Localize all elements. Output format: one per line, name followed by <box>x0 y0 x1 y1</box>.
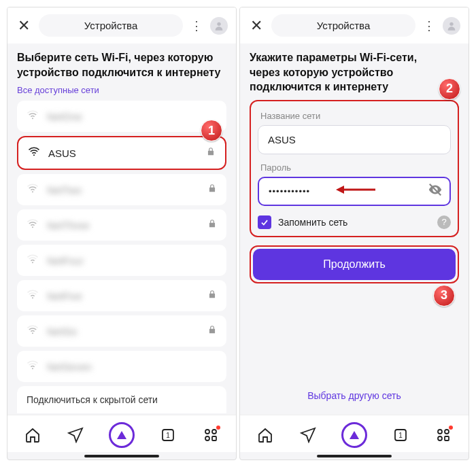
svg-rect-24 <box>445 436 449 440</box>
page-title: Устройства <box>39 14 183 37</box>
wifi-ssid: ASUS <box>48 148 198 159</box>
svg-point-4 <box>32 226 33 228</box>
svg-point-15 <box>449 22 453 25</box>
svg-point-23 <box>438 436 442 440</box>
all-networks-label: Все доступные сети <box>17 85 226 95</box>
wifi-ssid: NetSeven <box>47 361 217 373</box>
wifi-ssid: NetThree <box>47 220 199 231</box>
annotation-badge-2: 2 <box>439 78 460 100</box>
wifi-ssid: NetOne <box>47 111 217 122</box>
wifi-row[interactable]: NetSix <box>17 315 226 347</box>
wifi-ssid: NetSix <box>47 326 199 337</box>
wifi-icon <box>27 288 39 303</box>
wifi-icon <box>27 253 39 268</box>
home-icon[interactable] <box>23 426 42 445</box>
svg-point-2 <box>33 154 35 156</box>
eye-off-icon[interactable] <box>428 182 443 200</box>
heading: Выберите сеть Wi-Fi, через которую устро… <box>17 50 226 80</box>
tabs-icon[interactable]: 1 <box>391 426 410 445</box>
wifi-ssid: NetFive <box>47 290 199 302</box>
network-name-label: Название сети <box>260 111 451 121</box>
bottom-nav: 1 <box>240 415 469 452</box>
wifi-icon <box>27 109 39 124</box>
wifi-row[interactable]: NetTwo <box>17 174 226 205</box>
wifi-list: NetOne ASUS 1 NetTwo NetThree NetFour Ne… <box>17 101 226 382</box>
svg-point-7 <box>32 332 33 334</box>
wifi-row[interactable]: ASUS 1 <box>17 136 226 170</box>
alice-icon[interactable] <box>109 422 135 448</box>
continue-wrap: Продолжить 3 <box>250 245 459 283</box>
lock-icon <box>206 147 216 159</box>
lock-icon <box>207 290 217 302</box>
services-icon[interactable] <box>201 426 220 445</box>
svg-point-11 <box>205 430 209 434</box>
wifi-ssid: NetTwo <box>47 184 199 196</box>
heading: Укажите параметры Wi-Fi-сети, через кото… <box>250 50 459 94</box>
network-name-input[interactable] <box>258 125 451 154</box>
services-icon[interactable] <box>434 426 453 445</box>
svg-point-0 <box>217 22 220 25</box>
wifi-icon <box>28 145 40 160</box>
svg-marker-18 <box>336 186 344 194</box>
send-icon[interactable] <box>299 426 318 445</box>
remember-label: Запомнить сеть <box>278 217 430 228</box>
content: Укажите параметры Wi-Fi-сети, через кото… <box>240 44 469 415</box>
wifi-row[interactable]: NetOne <box>17 101 226 132</box>
svg-point-6 <box>32 297 33 298</box>
header: ✕ Устройства ⋮ <box>7 7 236 44</box>
svg-rect-14 <box>212 436 216 440</box>
bottom-nav: 1 <box>7 415 236 452</box>
svg-point-1 <box>32 118 33 119</box>
more-icon[interactable]: ⋮ <box>422 18 436 33</box>
avatar[interactable] <box>210 17 228 35</box>
continue-button[interactable]: Продолжить <box>253 249 456 280</box>
wifi-ssid: NetFour <box>47 255 217 266</box>
alice-icon[interactable] <box>341 422 367 448</box>
screen-wifi-select: ✕ Устройства ⋮ Выберите сеть Wi-Fi, чере… <box>7 7 237 460</box>
help-icon[interactable]: ? <box>437 215 451 229</box>
lock-icon <box>207 184 217 196</box>
svg-text:1: 1 <box>398 432 403 439</box>
close-icon[interactable]: ✕ <box>248 17 265 35</box>
remember-checkbox[interactable] <box>258 215 271 229</box>
home-icon[interactable] <box>256 426 275 445</box>
more-icon[interactable]: ⋮ <box>190 18 203 33</box>
wifi-row[interactable]: NetFive <box>17 280 226 311</box>
lock-icon <box>207 325 217 337</box>
header: ✕ Устройства ⋮ <box>240 7 469 44</box>
tabs-icon[interactable]: 1 <box>158 426 177 445</box>
password-label: Пароль <box>260 162 451 173</box>
choose-other-network-link[interactable]: Выбрать другую сеть <box>250 378 459 408</box>
wifi-row[interactable]: NetThree <box>17 209 226 241</box>
wifi-icon <box>27 182 39 197</box>
avatar[interactable] <box>443 17 460 35</box>
svg-point-3 <box>32 191 33 192</box>
svg-point-22 <box>445 430 449 434</box>
svg-point-21 <box>438 430 442 434</box>
svg-point-12 <box>212 430 216 434</box>
wifi-row[interactable]: NetFour <box>17 245 226 276</box>
wifi-icon <box>27 324 39 339</box>
hidden-network-link[interactable]: Подключиться к скрытой сети <box>17 386 226 413</box>
arrow-annotation <box>336 184 377 198</box>
svg-point-8 <box>32 368 33 369</box>
send-icon[interactable] <box>66 426 85 445</box>
content: Выберите сеть Wi-Fi, через которую устро… <box>7 44 236 415</box>
close-icon[interactable]: ✕ <box>16 17 32 35</box>
remember-row: Запомнить сеть ? <box>258 215 451 229</box>
screen-wifi-params: ✕ Устройства ⋮ Укажите параметры Wi-Fi-с… <box>239 7 469 460</box>
wifi-icon <box>27 359 39 374</box>
home-indicator <box>317 455 392 457</box>
svg-point-13 <box>205 436 209 440</box>
home-indicator <box>84 455 159 457</box>
annotation-badge-3: 3 <box>433 285 455 307</box>
annotation-badge-1: 1 <box>201 120 222 141</box>
lock-icon <box>207 219 217 231</box>
wifi-form: 2 Название сети Пароль Запомнить сеть ? <box>250 100 459 237</box>
svg-point-5 <box>32 262 33 263</box>
wifi-icon <box>27 218 39 232</box>
page-title: Устройства <box>271 14 415 37</box>
wifi-row[interactable]: NetSeven <box>17 351 226 382</box>
svg-text:1: 1 <box>166 432 170 439</box>
